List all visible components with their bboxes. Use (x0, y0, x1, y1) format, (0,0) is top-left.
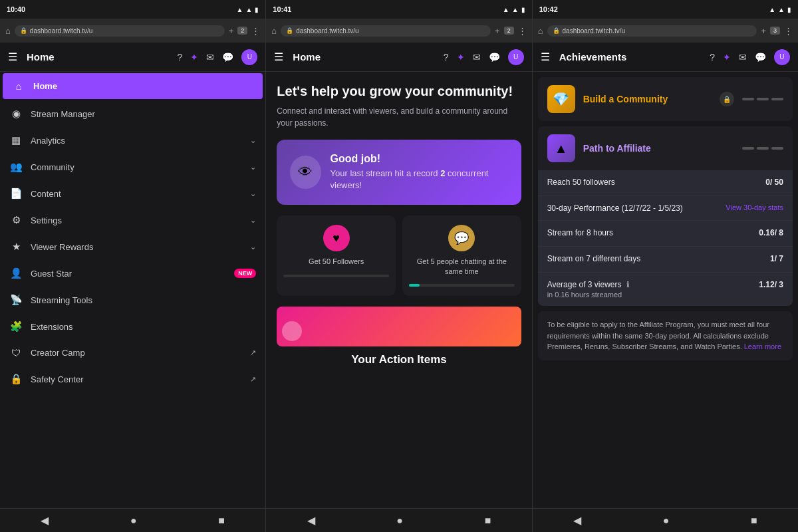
build-community-card[interactable]: 💎 Build a Community 🔒 (538, 77, 793, 121)
sidebar-item-stream-manager[interactable]: ◉ Stream Manager (0, 100, 265, 127)
hamburger-icon-2[interactable]: ☰ (274, 51, 283, 63)
req-followers-value: 0/ 50 (765, 178, 783, 187)
stream-manager-icon: ◉ (9, 108, 23, 120)
sidebar-item-analytics[interactable]: ▦ Analytics ⌄ (0, 127, 265, 154)
req-followers: Reach 50 followers 0/ 50 (538, 170, 793, 196)
more-btn-1[interactable]: ⋮ (251, 26, 260, 36)
home-content: Let's help you grow your community! Conn… (266, 72, 531, 508)
status-bar-3: 10:42 ▲ ▲ ▮ (533, 0, 798, 19)
add-tab-btn-1[interactable]: + (229, 26, 234, 36)
build-community-lock: 🔒 (720, 92, 734, 106)
paf-dot-2 (757, 147, 769, 150)
chatters-icon: 💬 (448, 225, 475, 251)
req-avg-viewers: Average of 3 viewers ℹ 1.12/ 3 in 0.16 h… (538, 273, 793, 306)
req-performance-row: 30-day Performance (12/7/22 - 1/5/23) Vi… (547, 203, 783, 213)
followers-action-card[interactable]: ♥ Get 50 Followers (277, 215, 396, 296)
lock-icon-3: 🔒 (553, 27, 560, 34)
status-time-2: 10:41 (273, 5, 291, 13)
avatar-3[interactable]: U (774, 49, 790, 65)
tab-count-2[interactable]: 2 (504, 27, 514, 35)
req-stream-days-row: Stream on 7 different days 1/ 7 (547, 254, 783, 263)
req-performance-link[interactable]: View 30-day stats (726, 203, 783, 211)
hamburger-icon-3[interactable]: ☰ (541, 51, 550, 63)
back-btn-2[interactable]: ◀ (307, 514, 315, 527)
tab-count-3[interactable]: 3 (770, 27, 780, 35)
chatters-progress-fill (409, 284, 420, 287)
creator-camp-icon: 🛡 (9, 347, 23, 358)
sidebar-item-settings[interactable]: ⚙ Settings ⌄ (0, 207, 265, 233)
sidebar-item-analytics-label: Analytics (31, 136, 242, 146)
url-bar-3[interactable]: 🔒 dashboard.twitch.tv/u (547, 25, 757, 37)
sidebar-item-viewer-rewards[interactable]: ★ Viewer Rewards ⌄ (0, 233, 265, 260)
help-icon-1[interactable]: ? (178, 52, 183, 63)
mail-icon-1[interactable]: ✉ (206, 52, 214, 63)
more-btn-2[interactable]: ⋮ (518, 26, 527, 36)
more-btn-3[interactable]: ⋮ (784, 26, 793, 36)
sidebar-item-safety-center[interactable]: 🔒 Safety Center ↗ (0, 366, 265, 392)
help-icon-3[interactable]: ? (710, 52, 715, 63)
signal-icon-2: ▲ (503, 6, 509, 13)
sidebar-item-streaming-tools[interactable]: 📡 Streaming Tools (0, 287, 265, 313)
wifi-icon-2: ▲ (512, 6, 519, 13)
paf-dot-3 (771, 147, 783, 150)
chat-icon-3[interactable]: 💬 (755, 52, 766, 63)
chat-icon-2[interactable]: 💬 (489, 52, 500, 63)
mail-icon-3[interactable]: ✉ (739, 52, 747, 63)
tab-count-1[interactable]: 2 (237, 27, 247, 35)
sidebar-item-extensions[interactable]: 🧩 Extensions (0, 313, 265, 340)
chat-icon-1[interactable]: 💬 (222, 52, 233, 63)
home-btn-3[interactable]: ● (663, 515, 670, 527)
affiliate-notice: To be eligible to apply to the Affiliate… (538, 311, 793, 360)
action-items-heading: Your Action Items (277, 353, 521, 366)
sidebar-item-content[interactable]: 📄 Content ⌄ (0, 180, 265, 207)
req-stream-hours-value: 0.16/ 8 (759, 228, 783, 237)
twitch-sparkle-icon-2[interactable]: ✦ (457, 52, 465, 63)
twitch-sparkle-icon-3[interactable]: ✦ (723, 52, 731, 63)
guest-star-icon: 👤 (9, 267, 23, 279)
extensions-icon: 🧩 (9, 321, 23, 332)
path-to-affiliate-card[interactable]: ▲ Path to Affiliate Reach 50 followers (538, 126, 793, 306)
add-tab-btn-2[interactable]: + (495, 26, 500, 36)
followers-label: Get 50 Followers (309, 257, 364, 266)
req-stream-hours-row: Stream for 8 hours 0.16/ 8 (547, 228, 783, 237)
req-performance-label: 30-day Performance (12/7/22 - 1/5/23) (547, 203, 683, 213)
recent-btn-3[interactable]: ■ (751, 515, 757, 527)
recent-btn-1[interactable]: ■ (218, 515, 225, 527)
page-title-1: Home (27, 51, 171, 63)
signal-icon: ▲ (237, 6, 243, 13)
chatters-action-card[interactable]: 💬 Get 5 people chatting at the same time (402, 215, 521, 296)
eye-icon: 👁 (290, 156, 321, 189)
home-browser-btn-3[interactable]: ⌂ (538, 26, 543, 36)
signal-icon-3: ▲ (769, 6, 775, 13)
sidebar-item-creator-camp[interactable]: 🛡 Creator Camp ↗ (0, 340, 265, 366)
hamburger-icon[interactable]: ☰ (8, 51, 17, 63)
home-btn-1[interactable]: ● (130, 515, 137, 527)
status-bar-2: 10:41 ▲ ▲ ▮ (266, 0, 531, 19)
home-browser-btn[interactable]: ⌂ (5, 26, 11, 36)
avatar-1[interactable]: U (241, 49, 257, 65)
browser-bar-3: ⌂ 🔒 dashboard.twitch.tv/u + 3 ⋮ (533, 19, 798, 43)
sidebar-item-guest-star[interactable]: 👤 Guest Star NEW (0, 260, 265, 287)
analytics-chevron: ⌄ (250, 136, 256, 145)
recent-btn-2[interactable]: ■ (485, 515, 491, 527)
lock-icon-2: 🔒 (286, 27, 293, 34)
avatar-2[interactable]: U (508, 49, 524, 65)
back-btn-3[interactable]: ◀ (573, 514, 581, 527)
home-browser-btn-2[interactable]: ⌂ (271, 26, 277, 36)
sidebar-item-community[interactable]: 👥 Community ⌄ (0, 154, 265, 180)
back-btn-1[interactable]: ◀ (41, 514, 49, 527)
help-icon-2[interactable]: ? (444, 52, 449, 63)
app-header-1: ☰ Home ? ✦ ✉ 💬 U (0, 43, 265, 72)
affiliate-notice-text: To be eligible to apply to the Affiliate… (547, 321, 769, 350)
sidebar-item-home[interactable]: ⌂ Home (3, 73, 263, 99)
home-btn-2[interactable]: ● (396, 515, 403, 527)
url-bar-2[interactable]: 🔒 dashboard.twitch.tv/u (281, 25, 491, 37)
mail-icon-2[interactable]: ✉ (473, 52, 481, 63)
header-icons-3: ? ✦ ✉ 💬 U (710, 49, 790, 65)
add-tab-btn-3[interactable]: + (761, 26, 766, 36)
streaming-tools-icon: 📡 (9, 294, 23, 306)
content-chevron: ⌄ (250, 190, 256, 198)
learn-more-link[interactable]: Learn more (744, 342, 781, 350)
twitch-sparkle-icon[interactable]: ✦ (190, 52, 198, 63)
url-bar-1[interactable]: 🔒 dashboard.twitch.tv/u (15, 25, 225, 37)
